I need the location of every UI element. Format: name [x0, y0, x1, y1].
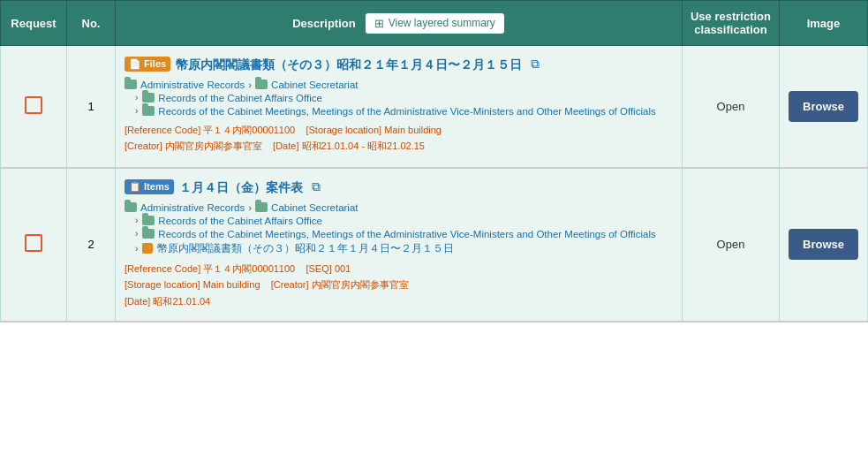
chevron-1: ›	[135, 93, 138, 102]
breadcrumb-parent-title[interactable]: 幣原内閣閣議書類（その３）昭和２１年１月４日〜２月１５日	[157, 242, 454, 255]
chevron-2: ›	[135, 229, 138, 239]
external-link-icon[interactable]: ⧉	[312, 179, 321, 194]
view-layered-button[interactable]: ⊞ View layered summary	[365, 12, 505, 34]
request-cell	[1, 168, 67, 322]
folder-icon-2	[255, 80, 268, 89]
arrow-1: ›	[248, 80, 252, 90]
breadcrumb-meetings[interactable]: Records of the Cabinet Meetings, Meeting…	[158, 229, 655, 239]
date-label: [Date]	[125, 296, 150, 307]
folder-icon-1	[125, 80, 137, 89]
breadcrumb-cabinet[interactable]: Cabinet Secretariat	[271, 202, 358, 213]
table-row: 2 📋 Items １月４日（金）案件表 ⧉ Administrative Re…	[1, 168, 868, 322]
image-cell: Browse	[780, 46, 868, 168]
breadcrumb-cabinet[interactable]: Cabinet Secretariat	[271, 80, 358, 90]
restriction-value: Open	[717, 100, 745, 113]
storage-label: [Storage location]	[306, 125, 381, 135]
restriction-cell: Open	[683, 168, 780, 322]
breadcrumb-2: › Records of the Cabinet Affairs Office	[135, 216, 673, 226]
header-no: No.	[67, 1, 116, 46]
breadcrumb-2: › Records of the Cabinet Affairs Office	[135, 93, 673, 103]
breadcrumb-affairs[interactable]: Records of the Cabinet Affairs Office	[158, 93, 322, 103]
request-cell	[1, 46, 67, 168]
folder-icon-4	[142, 106, 155, 116]
header-description: Description ⊞ View layered summary	[116, 1, 683, 46]
chevron-1: ›	[135, 216, 138, 225]
type-badge: 📋 Items	[125, 179, 174, 194]
creator-value: 内閣官房内閣参事官室	[312, 279, 409, 290]
ref-code-label: [Reference Code]	[125, 125, 200, 135]
folder-icon-2	[255, 202, 268, 212]
restriction-value: Open	[717, 238, 745, 251]
parent-badge-icon	[142, 243, 153, 254]
header-image: Image	[780, 1, 868, 46]
view-layered-label: View layered summary	[389, 17, 495, 29]
date-value: 昭和21.01.04	[153, 296, 210, 307]
image-cell: Browse	[780, 168, 868, 322]
description-cell: 📄 Files 幣原内閣閣議書類（その３）昭和２１年１月４日〜２月１５日 ⧉ A…	[116, 46, 683, 168]
title-line: 📄 Files 幣原内閣閣議書類（その３）昭和２１年１月４日〜２月１５日 ⧉	[125, 57, 673, 74]
storage-label: [Storage location]	[125, 279, 200, 290]
storage-value: Main building	[203, 279, 260, 290]
folder-icon-3	[142, 93, 155, 102]
arrow-1: ›	[248, 202, 252, 213]
no-cell: 1	[67, 46, 116, 168]
ref-code-label: [Reference Code]	[125, 263, 200, 274]
meta-info: [Reference Code] 平１４内閣00001100 [Storage …	[125, 122, 673, 155]
description-cell: 📋 Items １月４日（金）案件表 ⧉ Administrative Reco…	[116, 168, 683, 322]
folder-icon-1	[125, 202, 137, 212]
breadcrumb-admin[interactable]: Administrative Records	[140, 202, 245, 213]
seq-label: [SEQ]	[306, 263, 331, 274]
breadcrumb-3: › Records of the Cabinet Meetings, Meeti…	[135, 106, 673, 117]
storage-value: Main building	[384, 125, 442, 135]
no-cell: 2	[67, 168, 116, 322]
restriction-cell: Open	[683, 46, 780, 168]
row-checkbox[interactable]	[25, 234, 42, 252]
date-value: 昭和21.01.04 - 昭和21.02.15	[302, 140, 425, 151]
breadcrumb-3: › Records of the Cabinet Meetings, Meeti…	[135, 229, 673, 239]
creator-value: 内閣官房内閣参事官室	[165, 140, 262, 151]
header-restriction: Use restriction classification	[683, 1, 780, 46]
browse-button[interactable]: Browse	[789, 91, 858, 122]
creator-label: [Creator]	[271, 279, 309, 290]
folder-icon-3	[142, 216, 155, 225]
breadcrumb-meetings[interactable]: Records of the Cabinet Meetings, Meeting…	[158, 106, 655, 117]
chevron-2: ›	[135, 106, 138, 116]
ref-code-value: 平１４内閣00001100	[203, 125, 295, 135]
title-line: 📋 Items １月４日（金）案件表 ⧉	[125, 179, 673, 197]
type-badge: 📄 Files	[125, 57, 170, 72]
layers-icon: ⊞	[374, 17, 384, 30]
chevron-3: ›	[135, 244, 138, 254]
item-title[interactable]: 幣原内閣閣議書類（その３）昭和２１年１月４日〜２月１５日	[176, 57, 522, 74]
breadcrumb-parent: › 幣原内閣閣議書類（その３）昭和２１年１月４日〜２月１５日	[135, 242, 673, 255]
meta-info: [Reference Code] 平１４内閣00001100 [SEQ] 001…	[125, 261, 673, 310]
header-request: Request	[1, 1, 67, 46]
date-label: [Date]	[273, 140, 298, 151]
seq-value: 001	[335, 263, 351, 274]
row-checkbox[interactable]	[25, 96, 42, 114]
ref-code-value: 平１４内閣00001100	[203, 263, 295, 274]
browse-button[interactable]: Browse	[789, 229, 858, 260]
description-label: Description	[292, 17, 356, 30]
breadcrumb-admin[interactable]: Administrative Records	[140, 80, 245, 90]
breadcrumb-affairs[interactable]: Records of the Cabinet Affairs Office	[158, 216, 322, 226]
folder-icon-4	[142, 229, 155, 239]
breadcrumb-1: Administrative Records › Cabinet Secreta…	[125, 80, 673, 90]
table-row: 1 📄 Files 幣原内閣閣議書類（その３）昭和２１年１月４日〜２月１５日 ⧉…	[1, 46, 868, 168]
item-title[interactable]: １月４日（金）案件表	[179, 179, 303, 197]
creator-label: [Creator]	[125, 140, 162, 151]
breadcrumb-1: Administrative Records › Cabinet Secreta…	[125, 202, 673, 213]
external-link-icon[interactable]: ⧉	[531, 57, 540, 72]
